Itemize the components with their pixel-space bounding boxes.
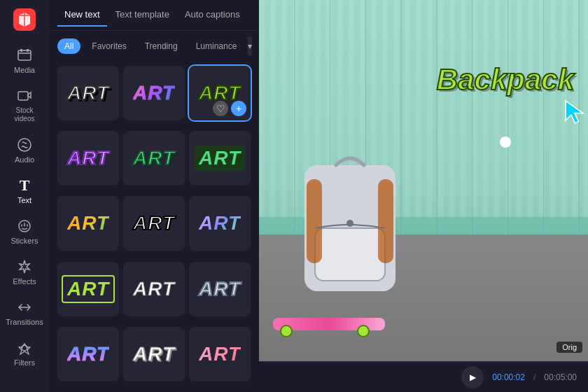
sidebar-item-stickers[interactable]: Stickers [4, 213, 46, 251]
sidebar-item-audio[interactable]: Audio [4, 132, 46, 169]
add-text-button[interactable]: + [231, 101, 246, 116]
text-card-label-12: ART [199, 278, 241, 300]
sidebar-item-transitions-label: Transitions [6, 318, 43, 326]
text-icon: T [17, 178, 32, 193]
playback-bar: ▶ 00:00:02 / 00:05:00 [259, 361, 588, 392]
cursor-arrow [560, 98, 588, 126]
text-card-6[interactable]: ART [189, 131, 251, 186]
svg-rect-20 [307, 179, 322, 263]
svg-rect-3 [27, 49, 29, 52]
text-card-11[interactable]: ART [123, 262, 185, 316]
text-card-label-9: ART [199, 212, 241, 234]
tab-bar: New text Text template Auto captions [49, 0, 259, 31]
filter-favorites[interactable]: Favorites [85, 38, 133, 54]
filter-trending[interactable]: Trending [138, 38, 185, 54]
sidebar-item-text-label: Text [18, 196, 31, 204]
text-card-2[interactable]: ART [123, 66, 185, 120]
text-panel: New text Text template Auto captions All… [49, 0, 259, 392]
stickers-icon [17, 218, 32, 234]
text-card-label-8: ART [133, 212, 175, 234]
sidebar-item-stock-label: Stock videos [8, 106, 41, 123]
tab-new-text[interactable]: New text [57, 4, 107, 27]
text-card-12[interactable]: ART [189, 262, 251, 316]
sidebar-item-stock-videos[interactable]: Stock videos [4, 83, 46, 129]
sidebar-item-media-label: Media [14, 66, 35, 74]
audio-icon [17, 137, 32, 153]
text-card-label-6: ART [195, 146, 245, 171]
transitions-icon [17, 300, 32, 315]
text-card-10[interactable]: ART [57, 262, 119, 316]
text-card-label-13: ART [67, 343, 109, 365]
sidebar-item-stickers-label: Stickers [10, 237, 38, 245]
sidebar-item-effects[interactable]: Effects [4, 253, 46, 291]
text-card-13[interactable]: ART [57, 327, 119, 382]
media-icon [17, 48, 32, 63]
preview-canvas[interactable]: Backpack Orig [259, 0, 588, 361]
current-time: 00:00:02 [492, 372, 525, 382]
text-card-label-11: ART [133, 278, 175, 300]
sidebar-item-media[interactable]: Media [4, 42, 46, 80]
orig-badge: Orig [556, 340, 582, 353]
svg-rect-19 [315, 228, 385, 281]
svg-rect-21 [378, 179, 393, 263]
sidebar-item-filters[interactable]: Filters [4, 335, 46, 372]
app-logo [12, 7, 37, 32]
tab-auto-captions[interactable]: Auto captions [178, 4, 247, 27]
stock-videos-icon [17, 88, 32, 104]
preview-area: Backpack Orig ▶ 00:00:02 / 00:05:00 [259, 0, 588, 392]
text-card-label-15: ART [199, 343, 241, 365]
svg-rect-4 [18, 92, 28, 100]
svg-point-8 [22, 345, 27, 351]
text-style-grid: ART ART ART ♡ + ART ART ART ART ART [49, 62, 259, 392]
text-card-label-4: ART [67, 147, 109, 169]
sidebar: Media Stock videos Audio T Text [0, 0, 49, 392]
text-card-8[interactable]: ART [123, 196, 185, 251]
sidebar-item-text[interactable]: T Text [4, 172, 46, 210]
play-button[interactable]: ▶ [461, 366, 484, 388]
filter-bar: All Favorites Trending Luminance ▾ [49, 31, 259, 62]
text-card-5[interactable]: ART [123, 131, 185, 186]
filters-icon [17, 340, 32, 356]
filter-all[interactable]: All [57, 38, 80, 54]
total-time: 00:05:00 [544, 372, 577, 382]
text-card-label-7: ART [67, 212, 109, 234]
transform-control-dot[interactable] [500, 136, 511, 148]
text-card-9[interactable]: ART [189, 196, 251, 251]
tab-text-template[interactable]: Text template [108, 4, 176, 27]
text-card-3[interactable]: ART ♡ + [189, 66, 251, 120]
favorite-button[interactable]: ♡ [213, 101, 228, 116]
text-card-1[interactable]: ART [57, 66, 119, 120]
text-card-overlay: ♡ + [213, 101, 246, 116]
text-card-label-14: ART [133, 343, 175, 365]
sidebar-item-filters-label: Filters [14, 358, 35, 367]
sidebar-item-effects-label: Effects [13, 277, 36, 286]
svg-point-5 [18, 139, 31, 151]
svg-rect-2 [20, 49, 22, 52]
text-card-label-2: ART [133, 82, 175, 104]
time-separator: / [533, 372, 536, 382]
sidebar-item-audio-label: Audio [15, 155, 34, 164]
effects-icon [17, 259, 32, 274]
text-card-label-10: ART [62, 275, 115, 303]
text-card-7[interactable]: ART [57, 196, 119, 251]
filter-luminance[interactable]: Luminance [189, 38, 244, 54]
preview-text-backpack: Backpack [437, 63, 574, 97]
svg-rect-1 [18, 50, 31, 60]
text-card-label-1: ART [67, 82, 109, 104]
svg-point-22 [346, 220, 354, 227]
filter-dropdown-button[interactable]: ▾ [248, 36, 252, 56]
sidebar-item-transitions[interactable]: Transitions [4, 294, 46, 332]
text-card-15[interactable]: ART [189, 327, 251, 382]
text-card-4[interactable]: ART [57, 131, 119, 186]
text-card-label-5: ART [133, 147, 175, 169]
text-card-14[interactable]: ART [123, 327, 185, 382]
